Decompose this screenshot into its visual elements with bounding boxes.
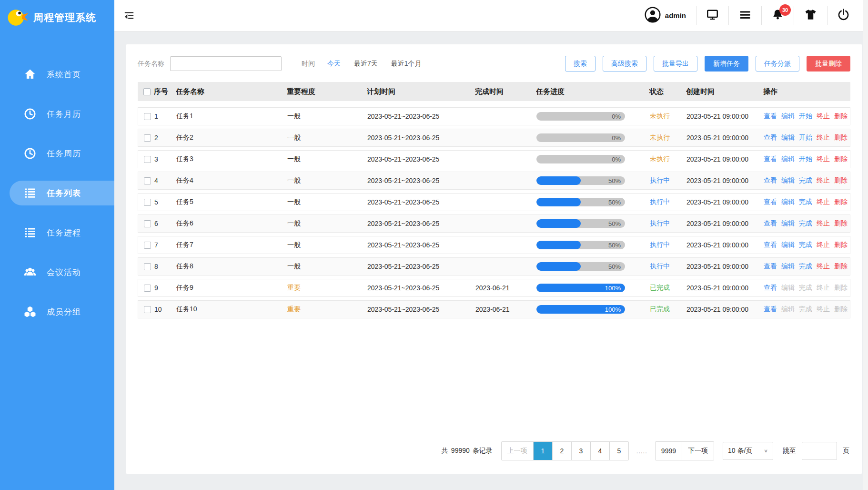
logo-row: 周程管理系统 [0,0,114,32]
screen-button[interactable] [696,6,728,25]
batch-export-button[interactable]: 批量导出 [654,56,697,71]
search-button[interactable]: 搜索 [565,56,595,71]
progress-fill [536,219,581,228]
row-checkbox[interactable] [144,177,151,184]
row-checkbox[interactable] [144,113,151,120]
task-name-cell: 任务3 [176,155,287,163]
action-view-link[interactable]: 查看 [764,262,777,271]
prev-page-button[interactable]: 上一项 [502,442,533,460]
action-terminate-link[interactable]: 终止 [817,176,830,185]
user-menu[interactable]: admin [635,6,696,25]
progress-label: 50% [608,220,621,227]
column-header: 任务名称 [176,87,287,96]
row-checkbox[interactable] [144,199,151,206]
progress-bar: 0% [536,155,625,163]
action-delete-link[interactable]: 删除 [834,198,848,206]
row-checkbox[interactable] [144,242,151,249]
select-all-checkbox[interactable] [143,88,151,95]
action-finish-link[interactable]: 完成 [799,198,812,206]
time-option-last-7-days[interactable]: 最近7天 [354,60,378,68]
page-button-3[interactable]: 3 [571,442,590,460]
action-delete-link[interactable]: 删除 [834,133,848,142]
page-button-2[interactable]: 2 [552,442,571,460]
action-edit-link[interactable]: 编辑 [781,112,795,121]
advanced-search-button[interactable]: 高级搜索 [603,56,646,71]
row-checkbox[interactable] [144,156,151,163]
jump-to-input[interactable] [802,442,837,460]
action-view-link[interactable]: 查看 [764,219,777,228]
created-time-cell: 2023-05-21 09:00:00 [686,263,764,270]
action-start-link[interactable]: 开始 [799,133,812,142]
notifications-button[interactable]: 30 [761,6,794,25]
action-finish-link[interactable]: 完成 [799,176,812,185]
sidebar-item-task-week-calendar[interactable]: 任务周历 [0,141,114,166]
row-checkbox[interactable] [144,306,151,313]
page-scrollbar[interactable] [863,0,868,490]
menu-button[interactable] [728,6,761,25]
action-delete-link[interactable]: 删除 [834,219,848,228]
action-edit-link[interactable]: 编辑 [781,133,795,142]
assign-task-button[interactable]: 任务分派 [756,56,799,71]
add-task-button[interactable]: 新增任务 [705,56,748,71]
logout-button[interactable] [827,6,859,25]
sidebar-item-task-month-calendar[interactable]: 任务月历 [0,102,114,126]
action-view-link[interactable]: 查看 [764,133,777,142]
page-button-5[interactable]: 5 [609,442,628,460]
action-delete-link[interactable]: 删除 [834,241,848,249]
row-checkbox[interactable] [144,263,151,270]
time-option-last-1-month[interactable]: 最近1个月 [391,60,422,68]
action-terminate-link[interactable]: 终止 [817,198,830,206]
action-delete-link[interactable]: 删除 [834,176,848,185]
action-edit-link[interactable]: 编辑 [781,176,795,185]
action-edit-link[interactable]: 编辑 [781,219,795,228]
action-view-link[interactable]: 查看 [764,284,777,292]
sidebar-item-member-groups[interactable]: 成员分组 [0,299,114,324]
task-name-input[interactable] [170,56,282,71]
action-view-link[interactable]: 查看 [764,241,777,249]
batch-delete-button[interactable]: 批量删除 [807,56,850,71]
action-terminate-link[interactable]: 终止 [817,112,830,121]
action-edit-link[interactable]: 编辑 [781,198,795,206]
action-terminate-link[interactable]: 终止 [817,155,830,163]
action-edit-link[interactable]: 编辑 [781,241,795,249]
action-start-link[interactable]: 开始 [799,112,812,121]
row-checkbox[interactable] [144,285,151,292]
action-delete-link[interactable]: 删除 [834,112,848,121]
action-start-link[interactable]: 开始 [799,155,812,163]
action-view-link[interactable]: 查看 [764,112,777,121]
row-checkbox[interactable] [144,134,151,142]
action-view-link[interactable]: 查看 [764,305,777,314]
status-badge: 执行中 [650,241,686,249]
plan-time-cell: 2023-05-21~2023-06-25 [367,241,475,249]
action-view-link[interactable]: 查看 [764,198,777,206]
time-option-today[interactable]: 今天 [327,60,341,68]
progress-bar: 50% [536,176,625,185]
action-terminate-link[interactable]: 终止 [817,262,830,271]
action-delete-link[interactable]: 删除 [834,262,848,271]
row-checkbox[interactable] [144,220,151,227]
importance-cell: 一般 [287,155,367,163]
sidebar-item-home[interactable]: 系统首页 [0,62,114,87]
action-terminate-link[interactable]: 终止 [817,219,830,228]
action-delete-link[interactable]: 删除 [834,155,848,163]
action-finish-link[interactable]: 完成 [799,262,812,271]
action-edit-link[interactable]: 编辑 [781,155,795,163]
theme-button[interactable] [794,6,827,25]
page-button-1[interactable]: 1 [533,442,552,460]
action-finish-link[interactable]: 完成 [799,219,812,228]
page-button-9999[interactable]: 9999 [656,442,682,460]
page-size-select[interactable]: 10 条/页 ∨ [723,442,773,460]
action-finish-link[interactable]: 完成 [799,241,812,249]
users-icon [24,266,36,278]
action-view-link[interactable]: 查看 [764,155,777,163]
sidebar-item-meeting-activity[interactable]: 会议活动 [0,260,114,285]
action-view-link[interactable]: 查看 [764,176,777,185]
next-page-button[interactable]: 下一项 [682,442,714,460]
sidebar-item-task-progress[interactable]: 任务进程 [0,220,114,245]
sidebar-item-task-list[interactable]: 任务列表 [10,181,114,205]
action-terminate-link[interactable]: 终止 [817,133,830,142]
action-edit-link[interactable]: 编辑 [781,262,795,271]
action-terminate-link[interactable]: 终止 [817,241,830,249]
page-button-4[interactable]: 4 [590,442,609,460]
collapse-sidebar-button[interactable] [122,9,136,23]
